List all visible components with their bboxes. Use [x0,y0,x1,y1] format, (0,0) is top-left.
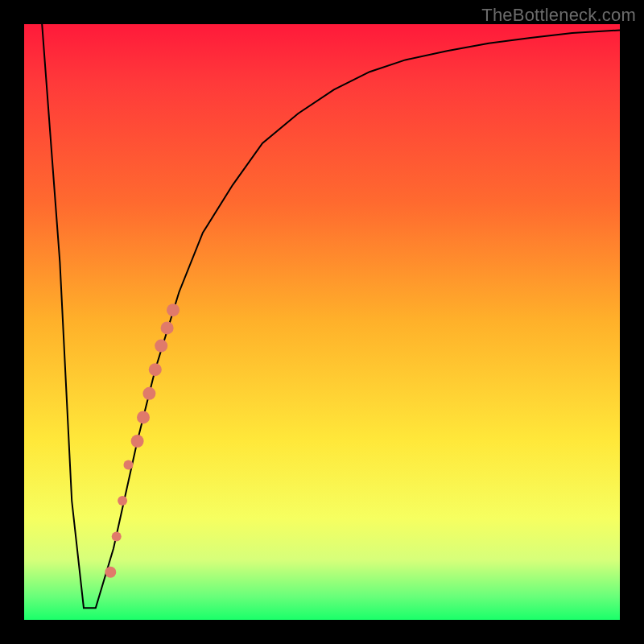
bottleneck-curve [42,24,620,608]
highlight-marker [149,363,162,376]
highlight-marker [142,387,155,400]
chart-frame: TheBottleneck.com [0,0,644,644]
highlight-marker [137,411,150,423]
plot-area [24,24,620,620]
highlight-marker [124,460,134,470]
watermark-text: TheBottleneck.com [481,5,636,26]
highlight-marker [155,340,167,353]
chart-svg [24,24,620,620]
highlight-markers [105,303,180,578]
highlight-marker [105,567,116,578]
highlight-marker [161,321,174,334]
highlight-marker [118,496,127,506]
highlight-marker [167,303,180,316]
highlight-marker [131,435,144,448]
highlight-marker [112,531,122,541]
